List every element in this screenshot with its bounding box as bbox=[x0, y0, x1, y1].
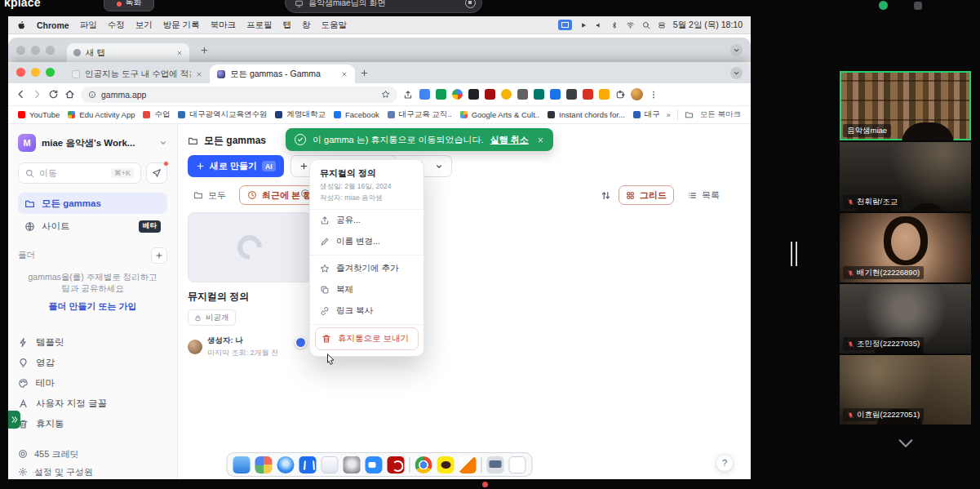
background-tab[interactable]: 새 탭 bbox=[67, 43, 189, 62]
menu-item-window[interactable]: 창 bbox=[302, 20, 311, 31]
play-icon[interactable] bbox=[579, 21, 588, 29]
card-thumbnail[interactable] bbox=[188, 212, 312, 282]
sidebar-item-custom-fonts[interactable]: 사용자 지정 글꼴 bbox=[18, 393, 167, 414]
menu-item-view[interactable]: 보기 bbox=[135, 20, 153, 31]
bookmark-item[interactable]: 대구광역시교육연수원 bbox=[178, 109, 267, 120]
close-window-button[interactable] bbox=[16, 46, 25, 55]
menu-item-share[interactable]: 공유... bbox=[310, 210, 423, 231]
menu-item-copy-link[interactable]: 링크 복사 bbox=[310, 300, 423, 322]
bookmark-item[interactable]: 계명대학교 bbox=[275, 109, 326, 120]
extension-icon[interactable] bbox=[485, 89, 495, 100]
bookmark-item[interactable]: 수업 bbox=[143, 109, 170, 120]
spotlight-icon[interactable] bbox=[642, 21, 650, 29]
tab-search-button[interactable] bbox=[730, 44, 743, 56]
close-toast-icon[interactable] bbox=[537, 136, 544, 144]
video-tile[interactable]: 배기현(22226890) bbox=[840, 213, 971, 282]
forward-button[interactable] bbox=[32, 89, 42, 100]
edge-panel-toggle[interactable] bbox=[8, 411, 20, 429]
back-button[interactable] bbox=[16, 89, 26, 100]
bookmarks-overflow-button[interactable]: » bbox=[667, 110, 671, 119]
background-browser-window[interactable]: 새 탭 bbox=[8, 38, 751, 62]
finder-icon[interactable] bbox=[233, 456, 251, 473]
kebab-menu-icon[interactable] bbox=[649, 90, 659, 100]
extension-icon[interactable] bbox=[436, 89, 446, 100]
menu-item-edit[interactable]: 수정 bbox=[108, 20, 125, 31]
menu-item-add-favorite[interactable]: 즐겨찾기에 추가 bbox=[310, 258, 423, 279]
extension-icon[interactable] bbox=[452, 89, 463, 100]
apple-menu[interactable] bbox=[16, 20, 26, 30]
workspace-switcher[interactable]: M miae 음악샘's Work... bbox=[18, 134, 167, 152]
participants-collapse-button[interactable] bbox=[840, 438, 971, 449]
acrobat-icon[interactable] bbox=[388, 456, 405, 473]
stop-viewing-button[interactable] bbox=[465, 0, 476, 8]
bookmark-item[interactable]: Google Arts & Cult.. bbox=[460, 110, 539, 119]
extension-icon[interactable] bbox=[599, 89, 610, 100]
view-list-button[interactable]: 목록 bbox=[681, 185, 726, 205]
bluetooth-icon[interactable] bbox=[610, 21, 619, 29]
help-button[interactable]: ? bbox=[716, 454, 734, 472]
extensions-puzzle-icon[interactable] bbox=[615, 90, 625, 100]
app-store-icon[interactable] bbox=[299, 456, 317, 473]
chrome-icon[interactable] bbox=[415, 456, 432, 473]
credits-item[interactable]: 455 크레딧 bbox=[18, 445, 167, 463]
bookmark-item[interactable]: Instant chords for... bbox=[548, 110, 625, 119]
sidebar-item-all-gammas[interactable]: 모든 gammas bbox=[18, 193, 167, 214]
refresh-button[interactable] bbox=[48, 89, 59, 100]
launchpad-icon[interactable] bbox=[255, 456, 273, 473]
menu-item-profiles[interactable]: 프로필 bbox=[246, 20, 273, 31]
menubar-clock[interactable]: 5월 2일 (목) 18:10 bbox=[673, 20, 743, 31]
menu-item-file[interactable]: 파일 bbox=[80, 20, 97, 31]
menu-item-rename[interactable]: 이름 변경... bbox=[310, 231, 423, 252]
site-info-icon[interactable] bbox=[88, 91, 96, 99]
menu-item-tab[interactable]: 탭 bbox=[283, 20, 292, 31]
zoom-window-button[interactable] bbox=[46, 46, 55, 55]
active-app-menu[interactable]: Chrome bbox=[37, 20, 69, 30]
new-tab-button[interactable] bbox=[200, 46, 209, 55]
meeting-settings-icon[interactable] bbox=[914, 2, 922, 10]
bookmark-item[interactable]: Edu Activity App bbox=[68, 110, 135, 119]
sidebar-item-themes[interactable]: 테마 bbox=[18, 373, 167, 393]
close-tab-icon[interactable] bbox=[341, 71, 348, 78]
extension-icon[interactable] bbox=[550, 89, 561, 100]
undo-action[interactable]: 실행 취소 bbox=[490, 134, 529, 146]
wifi-icon[interactable] bbox=[626, 20, 635, 29]
safari-icon[interactable] bbox=[277, 456, 295, 473]
sidebar-item-sites[interactable]: 사이트 베타 bbox=[18, 216, 167, 237]
close-tab-icon[interactable] bbox=[196, 71, 202, 78]
tab-search-button[interactable] bbox=[730, 67, 743, 79]
tab-ai-tools[interactable]: 인공지능 도구 내 수업에 적용하기 bbox=[64, 64, 210, 83]
video-tile[interactable]: 조민정(22227035) bbox=[840, 284, 971, 353]
menu-item-duplicate[interactable]: 복제 bbox=[310, 279, 423, 300]
bookmark-item[interactable]: YouTube bbox=[18, 110, 60, 119]
zoom-app-icon[interactable] bbox=[366, 456, 383, 473]
search-input[interactable]: 이동 ⌘+K bbox=[18, 162, 141, 184]
extension-icon[interactable] bbox=[501, 89, 512, 100]
extension-icon[interactable] bbox=[517, 89, 528, 100]
view-grid-button[interactable]: 그리드 bbox=[619, 185, 674, 205]
video-tile[interactable]: 천휘람/조교 bbox=[840, 142, 971, 211]
video-tile[interactable]: 이효림(22227051) bbox=[840, 355, 971, 425]
display-icon[interactable] bbox=[487, 456, 504, 473]
trash-bin-icon[interactable] bbox=[509, 456, 526, 473]
hancom-icon[interactable] bbox=[459, 456, 477, 473]
menu-item-help[interactable]: 도움말 bbox=[321, 20, 348, 31]
menu-item-history[interactable]: 방문 기록 bbox=[163, 20, 200, 31]
gamma-card[interactable]: 뮤지컬의 정의 비공개 생성자: 나 마지막 조회: 2개월 전 bbox=[188, 212, 312, 358]
menu-item-send-to-trash[interactable]: 휴지통으로 보내기 bbox=[315, 327, 419, 350]
home-button[interactable] bbox=[64, 89, 75, 100]
panel-resize-handle[interactable] bbox=[791, 242, 797, 266]
zoom-window-button[interactable] bbox=[46, 68, 55, 77]
filter-all[interactable]: 모두 bbox=[186, 185, 233, 205]
create-new-ai-button[interactable]: 새로 만들기 AI bbox=[188, 155, 284, 177]
sidebar-item-inspiration[interactable]: 영감 bbox=[18, 353, 167, 373]
minimize-window-button[interactable] bbox=[31, 68, 40, 77]
video-tile[interactable]: 음악샘miae bbox=[840, 71, 971, 140]
share-inbox-button[interactable] bbox=[146, 162, 167, 184]
new-tab-button[interactable] bbox=[360, 69, 369, 78]
extension-icon[interactable] bbox=[566, 89, 577, 100]
kplace-logo[interactable]: kplace bbox=[4, 0, 41, 9]
minimize-window-button[interactable] bbox=[31, 46, 40, 55]
profile-avatar[interactable] bbox=[631, 88, 643, 100]
add-folder-button[interactable] bbox=[151, 247, 167, 264]
input-source-icon[interactable] bbox=[558, 20, 572, 30]
